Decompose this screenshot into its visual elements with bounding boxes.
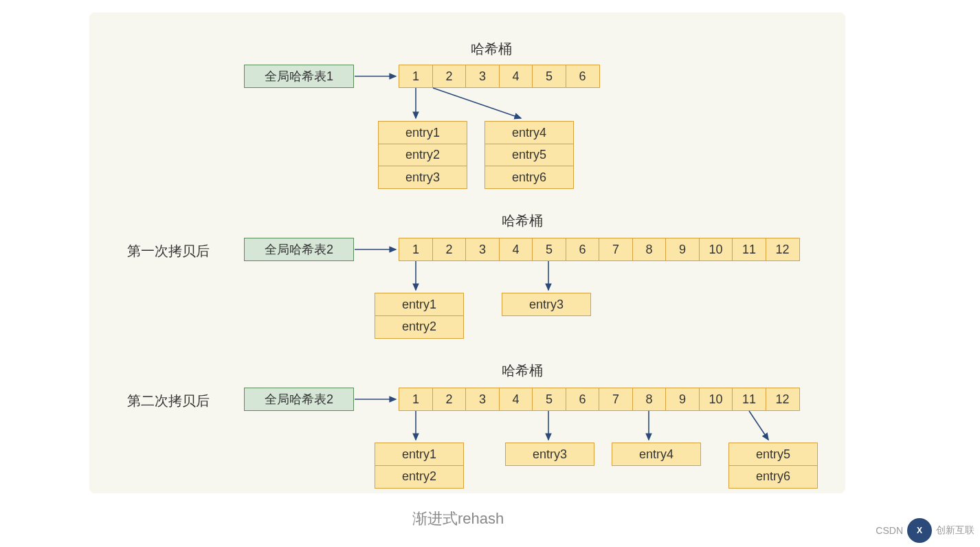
entry-cell: entry4 xyxy=(485,121,574,144)
bucket-cell: 6 xyxy=(566,65,600,88)
bucket-cell: 7 xyxy=(599,238,633,261)
bucket-cell: 11 xyxy=(732,238,766,261)
bucket-cell: 5 xyxy=(532,65,566,88)
bucket-cell: 8 xyxy=(632,238,667,261)
bucket-row-1: 1 2 3 4 5 6 xyxy=(399,65,600,88)
bucket-cell: 9 xyxy=(665,388,700,411)
entry-chain: entry3 xyxy=(502,293,591,316)
entry-cell: entry2 xyxy=(375,465,464,489)
bucket-row-2: 1 2 3 4 5 6 7 8 9 10 11 12 xyxy=(399,238,800,261)
entry-cell: entry5 xyxy=(728,443,818,466)
watermark-badge-icon: X xyxy=(907,518,932,543)
svg-line-2 xyxy=(433,88,521,118)
bucket-cell: 9 xyxy=(665,238,700,261)
bucket-cell: 5 xyxy=(532,388,566,411)
entry-cell: entry3 xyxy=(505,443,594,466)
entry-chain: entry4 entry5 entry6 xyxy=(485,121,574,189)
diagram-caption: 渐进式rehash xyxy=(412,509,504,529)
bucket-cell: 1 xyxy=(399,388,433,411)
bucket-cell: 5 xyxy=(532,238,566,261)
entry-chain: entry1 entry2 entry3 xyxy=(378,121,467,189)
entry-chain: entry3 xyxy=(505,443,594,466)
bucket-cell: 6 xyxy=(566,238,600,261)
bucket-cell: 4 xyxy=(499,238,533,261)
stage-label-3: 第二次拷贝后 xyxy=(127,392,210,410)
bucket-title-2: 哈希桶 xyxy=(502,212,543,230)
bucket-cell: 12 xyxy=(766,388,800,411)
entry-cell: entry6 xyxy=(485,166,574,189)
entry-cell: entry3 xyxy=(502,293,591,316)
bucket-cell: 3 xyxy=(465,65,500,88)
entry-chain: entry4 xyxy=(612,443,701,466)
watermark: CSDN X 创新互联 xyxy=(876,518,975,543)
bucket-cell: 7 xyxy=(599,388,633,411)
watermark-right: 创新互联 xyxy=(936,524,975,537)
bucket-cell: 2 xyxy=(432,388,467,411)
bucket-cell: 2 xyxy=(432,65,467,88)
entry-cell: entry1 xyxy=(378,121,467,144)
entry-cell: entry2 xyxy=(375,315,464,339)
global-table-1: 全局哈希表1 xyxy=(244,65,354,88)
entry-cell: entry1 xyxy=(375,293,464,316)
entry-chain: entry1 entry2 xyxy=(375,293,464,339)
entry-cell: entry5 xyxy=(485,144,574,167)
bucket-title-1: 哈希桶 xyxy=(471,40,512,58)
entry-cell: entry4 xyxy=(612,443,701,466)
bucket-cell: 10 xyxy=(699,388,733,411)
watermark-left: CSDN xyxy=(876,525,903,536)
bucket-cell: 10 xyxy=(699,238,733,261)
bucket-cell: 1 xyxy=(399,65,433,88)
bucket-cell: 2 xyxy=(432,238,467,261)
entry-chain: entry5 entry6 xyxy=(728,443,818,489)
entry-chain: entry1 entry2 xyxy=(375,443,464,489)
entry-cell: entry1 xyxy=(375,443,464,466)
entry-cell: entry6 xyxy=(728,465,818,489)
bucket-cell: 1 xyxy=(399,238,433,261)
svg-line-10 xyxy=(749,411,768,440)
diagram-panel: 哈希桶 全局哈希表1 1 2 3 4 5 6 entry1 entry2 ent… xyxy=(89,12,845,493)
bucket-cell: 3 xyxy=(465,238,500,261)
bucket-cell: 12 xyxy=(766,238,800,261)
entry-cell: entry2 xyxy=(378,144,467,167)
entry-cell: entry3 xyxy=(378,166,467,189)
bucket-row-3: 1 2 3 4 5 6 7 8 9 10 11 12 xyxy=(399,388,800,411)
stage-label-2: 第一次拷贝后 xyxy=(127,242,210,260)
bucket-cell: 11 xyxy=(732,388,766,411)
bucket-cell: 4 xyxy=(499,65,533,88)
bucket-cell: 4 xyxy=(499,388,533,411)
bucket-cell: 3 xyxy=(465,388,500,411)
bucket-title-3: 哈希桶 xyxy=(502,361,543,380)
bucket-cell: 8 xyxy=(632,388,667,411)
bucket-cell: 6 xyxy=(566,388,600,411)
global-table-2b: 全局哈希表2 xyxy=(244,388,354,411)
global-table-2a: 全局哈希表2 xyxy=(244,238,354,261)
